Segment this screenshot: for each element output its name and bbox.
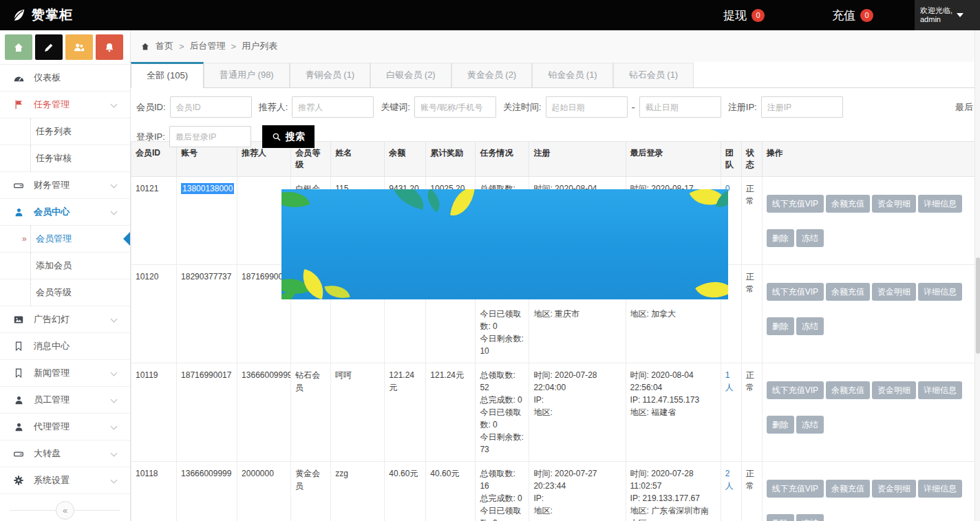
sidebar-item-task-management[interactable]: 任务管理 — [0, 92, 130, 118]
team-link[interactable]: 2 人 — [725, 469, 734, 491]
start-date-input[interactable] — [546, 96, 628, 118]
detail-info-button[interactable]: 详细信息 — [918, 195, 962, 213]
chevron-down-icon — [957, 13, 963, 17]
detail-info-button[interactable]: 详细信息 — [918, 381, 962, 399]
sidebar-item-agent-management[interactable]: 代理管理 — [0, 414, 130, 440]
tab-gold[interactable]: 黄金会员 (2) — [451, 63, 533, 87]
search-button[interactable]: 搜索 — [262, 125, 315, 148]
sidebar-item-label: 大转盘 — [34, 447, 61, 460]
cell-referrer: 2000000 — [237, 462, 291, 521]
breadcrumb-backend[interactable]: 后台管理 — [190, 40, 226, 52]
balance-recharge-button[interactable]: 余额充值 — [826, 195, 870, 213]
freeze-button[interactable]: 冻结 — [796, 416, 824, 434]
end-date-input[interactable] — [639, 96, 721, 118]
home-button[interactable] — [5, 34, 32, 60]
balance-recharge-button[interactable]: 余额充值 — [826, 381, 870, 399]
withdraw-badge: 0 — [752, 9, 765, 22]
header-right: 提现 0 充值 0 欢迎光临, admin — [723, 0, 980, 30]
register-ip-input[interactable] — [761, 96, 843, 118]
sidebar-item-task-list[interactable]: 任务列表 — [0, 118, 130, 145]
col-name: 姓名 — [331, 142, 385, 177]
image-icon — [12, 315, 25, 325]
cell-account: 18290377737 — [177, 265, 237, 363]
delete-button[interactable]: 删除 — [767, 514, 794, 521]
leaf-icon — [421, 189, 446, 212]
breadcrumb-home[interactable]: 首页 — [156, 40, 173, 52]
sidebar-item-message-center[interactable]: 消息中心 — [0, 333, 130, 360]
sidebar-item-lucky-wheel[interactable]: 大转盘 — [0, 440, 130, 467]
tab-normal-user[interactable]: 普通用户 (98) — [204, 63, 290, 87]
offline-recharge-vip-button[interactable]: 线下充值VIP — [767, 195, 824, 213]
active-arrow-icon — [123, 232, 130, 246]
app-logo[interactable]: 赞掌柜 — [0, 6, 73, 24]
fund-details-button[interactable]: 资金明细 — [872, 195, 916, 213]
cell-task: 总领取数: 52 总完成数: 0 今日已领取数: 0 今日剩余数: 73 — [476, 363, 529, 462]
keyword-input[interactable] — [414, 96, 496, 118]
cell-task: 总领取数: 16 总完成数: 0 今日已领取数: 0 今日剩余数: 30 — [476, 462, 529, 521]
sidebar-item-label: 系统设置 — [34, 474, 70, 487]
offline-recharge-vip-button[interactable]: 线下充值VIP — [767, 480, 824, 498]
drive-icon — [12, 449, 25, 459]
fund-details-button[interactable]: 资金明细 — [872, 283, 916, 301]
sidebar-item-ad-slides[interactable]: 广告幻灯 — [0, 306, 130, 333]
freeze-button[interactable]: 冻结 — [796, 229, 824, 247]
balance-recharge-button[interactable]: 余额充值 — [826, 480, 870, 498]
tab-all[interactable]: 全部 (105) — [131, 62, 204, 88]
referrer-label: 推荐人: — [259, 101, 288, 114]
breadcrumb-separator: > — [231, 41, 237, 52]
chevron-down-icon — [111, 450, 118, 457]
member-id-input[interactable] — [170, 96, 252, 118]
cell-status: 正常 — [741, 265, 762, 363]
balance-recharge-button[interactable]: 余额充值 — [826, 283, 870, 301]
recharge-link[interactable]: 充值 0 — [832, 8, 873, 23]
fund-details-button[interactable]: 资金明细 — [872, 480, 916, 498]
cell-last-login: 时间: 2020-08-04 22:56:04 IP: 112.47.155.1… — [626, 363, 721, 462]
freeze-button[interactable]: 冻结 — [796, 514, 824, 521]
notifications-button[interactable] — [96, 34, 123, 60]
recharge-label: 充值 — [832, 8, 855, 23]
date-range-separator: - — [632, 101, 635, 114]
sidebar-item-member-level[interactable]: 会员等级 — [0, 279, 130, 306]
delete-button[interactable]: 删除 — [767, 229, 794, 247]
delete-button[interactable]: 删除 — [767, 317, 794, 335]
detail-info-button[interactable]: 详细信息 — [918, 283, 962, 301]
referrer-input[interactable] — [292, 96, 374, 118]
cell-name: zzg — [331, 462, 385, 521]
sidebar-item-member-management[interactable]: » 会员管理 — [0, 226, 130, 253]
col-status: 状态 — [741, 142, 762, 177]
detail-info-button[interactable]: 详细信息 — [918, 480, 962, 498]
users-button[interactable] — [65, 34, 93, 60]
sidebar-item-add-member[interactable]: 添加会员 — [0, 253, 130, 279]
cell-account: 18716990017 — [177, 363, 237, 462]
sidebar-item-dashboard[interactable]: 仪表板 — [0, 65, 130, 92]
edit-button[interactable] — [35, 34, 63, 60]
team-link[interactable]: 1 人 — [725, 370, 734, 392]
cell-level: 黄金会员 — [291, 462, 331, 521]
fund-details-button[interactable]: 资金明细 — [872, 381, 916, 399]
offline-recharge-vip-button[interactable]: 线下充值VIP — [767, 381, 824, 399]
sidebar-collapse-button[interactable]: « — [56, 501, 74, 520]
cell-actions: 线下充值VIP余额充值资金明细详细信息 删除冻结 — [762, 462, 974, 521]
breadcrumb-user-list[interactable]: 用户列表 — [242, 40, 277, 52]
delete-button[interactable]: 删除 — [767, 416, 794, 434]
withdraw-link[interactable]: 提现 0 — [723, 8, 765, 23]
tab-platinum[interactable]: 铂金会员 (1) — [532, 63, 613, 87]
sidebar-item-news-management[interactable]: 新闻管理 — [0, 360, 130, 387]
login-ip-input[interactable] — [169, 126, 251, 147]
sidebar-item-staff-management[interactable]: 员工管理 — [0, 387, 130, 414]
sidebar-item-finance[interactable]: 财务管理 — [0, 172, 130, 199]
promo-image-overlay — [281, 189, 728, 299]
freeze-button[interactable]: 冻结 — [796, 317, 824, 335]
sidebar-item-task-review[interactable]: 任务审核 — [0, 145, 130, 172]
user-icon — [12, 422, 25, 432]
user-menu[interactable]: 欢迎光临, admin — [915, 0, 980, 30]
scrollbar-thumb[interactable] — [976, 257, 980, 354]
tab-silver[interactable]: 白银会员 (2) — [370, 63, 451, 87]
sidebar-item-label: 消息中心 — [34, 340, 70, 352]
tab-diamond[interactable]: 钻石会员 (1) — [613, 63, 694, 87]
sidebar-item-member-center[interactable]: 会员中心 — [0, 199, 130, 226]
sidebar-item-system-settings[interactable]: 系统设置 — [0, 467, 130, 494]
vertical-scrollbar[interactable] — [974, 30, 980, 521]
offline-recharge-vip-button[interactable]: 线下充值VIP — [767, 283, 824, 301]
tab-bronze[interactable]: 青铜会员 (1) — [290, 63, 371, 87]
